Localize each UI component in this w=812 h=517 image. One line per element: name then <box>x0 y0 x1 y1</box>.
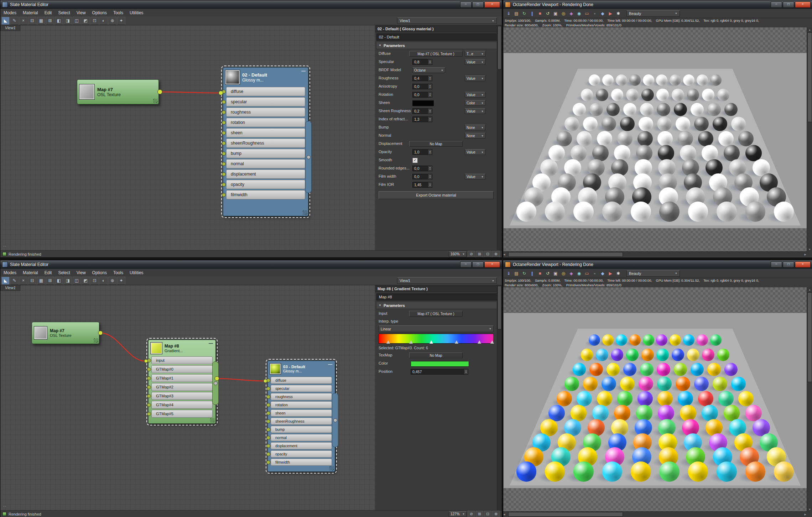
scroll-up-icon[interactable]: ▲ <box>807 27 812 32</box>
input-socket-icon[interactable] <box>222 90 226 94</box>
wire[interactable] <box>101 333 145 361</box>
zoom-tool-icon[interactable]: ⊕ <box>108 277 116 285</box>
vertical-scrollbar[interactable]: ▲ ▼ <box>807 287 812 512</box>
value-spinner[interactable]: 0,457▲▼ <box>411 369 468 375</box>
scroll-right-icon[interactable]: ▶ <box>805 512 806 517</box>
node-view[interactable]: View1 ◦◦ Map #7OSL Texture02 - DefaultGl… <box>0 25 375 250</box>
gradient-marker[interactable] <box>409 340 413 344</box>
menu-tools[interactable]: Tools <box>110 10 126 16</box>
object-pick-icon[interactable]: ▶ <box>607 270 614 277</box>
spinner-arrows-icon[interactable]: ▲▼ <box>428 117 432 122</box>
type-dropdown[interactable]: None▼ <box>465 125 485 130</box>
material-name-field[interactable]: 02 - Default <box>376 33 500 41</box>
output-tab[interactable] <box>305 121 312 193</box>
scroll-down-icon[interactable]: ▼ <box>807 247 812 252</box>
scroll-left-icon[interactable]: ◀ <box>503 512 508 517</box>
menu-material[interactable]: Material <box>20 270 41 276</box>
slot-filmwidth[interactable]: filmwidth <box>271 459 332 466</box>
camera-motion-icon[interactable]: ◆ <box>599 270 606 277</box>
restart-render-icon[interactable]: ↻ <box>521 270 528 277</box>
refresh-render-icon[interactable]: ↺ <box>544 270 551 277</box>
spin-down-icon[interactable]: ▼ <box>429 62 431 64</box>
slot-specular[interactable]: specular <box>271 385 332 392</box>
spin-down-icon[interactable]: ▼ <box>429 185 431 187</box>
slot-input[interactable]: input <box>151 356 213 364</box>
render-region-icon[interactable]: ▭ <box>583 270 590 277</box>
editor-options-icon[interactable]: ✦ <box>117 277 125 285</box>
stop-render-icon[interactable]: ■ <box>536 10 543 17</box>
pick-focus-icon[interactable]: ◎ <box>560 10 567 17</box>
render-viewport[interactable] <box>504 27 807 252</box>
gradient-marker[interactable] <box>478 340 481 344</box>
value-spinner[interactable]: 0,0▲▼ <box>412 84 432 89</box>
material-node[interactable]: 03 - DefaultGlossy m...—diffusespecularr… <box>267 361 335 472</box>
pick-white-balance-icon[interactable]: ◉ <box>576 10 583 17</box>
vertical-scrollbar[interactable]: ▲ ▼ <box>807 27 812 252</box>
view-tab[interactable]: View1 <box>0 285 20 291</box>
input-socket-icon[interactable] <box>222 172 226 176</box>
minimize-button[interactable]: − <box>771 261 782 268</box>
input-socket-icon[interactable] <box>222 131 226 135</box>
pan-hand-icon[interactable]: ⊘ <box>468 251 475 257</box>
scroll-up-icon[interactable]: ▲ <box>807 287 812 292</box>
film-region-icon[interactable]: ▫ <box>591 10 598 17</box>
scroll-down-icon[interactable]: ▼ <box>807 507 812 512</box>
resize-grip-icon[interactable] <box>329 466 334 471</box>
render-region-icon[interactable]: ▭ <box>583 10 590 17</box>
render-pass-dropdown[interactable]: Beauty ▼ <box>626 270 680 277</box>
stop-render-icon[interactable]: ■ <box>536 270 543 277</box>
value-spinner[interactable]: 0,8▲▼ <box>412 59 432 65</box>
save-render-icon[interactable]: ⇓ <box>505 10 512 17</box>
close-button[interactable]: × <box>484 1 500 8</box>
input-socket-icon[interactable] <box>147 385 151 389</box>
minimize-button[interactable]: − <box>460 261 472 268</box>
slot-GTMap#0[interactable]: GTMap#0 <box>151 365 213 373</box>
value-spinner[interactable]: 0,0▲▼ <box>412 166 432 171</box>
input-socket-icon[interactable] <box>266 387 270 391</box>
node-view[interactable]: View1 ◦◦ Map #7OSL TextureMap #8Gradient… <box>0 285 375 510</box>
collapse-node-icon[interactable]: — <box>209 341 213 346</box>
arrange-icon[interactable]: ⊡ <box>90 277 99 285</box>
wire[interactable] <box>217 378 264 381</box>
menu-utilities[interactable]: Utilities <box>126 270 147 276</box>
slot-displacement[interactable]: displacement <box>226 169 305 179</box>
slot-roughness[interactable]: roughness <box>271 393 332 400</box>
menu-modes[interactable]: Modes <box>0 270 20 276</box>
snap-toggle-icon[interactable]: ⊞ <box>46 277 54 285</box>
pan-hand-icon[interactable]: ⊘ <box>468 511 475 517</box>
lock-viewport-icon[interactable]: ▣ <box>552 10 559 17</box>
close-button[interactable]: × <box>484 261 500 268</box>
spinner-arrows-icon[interactable]: ▲▼ <box>464 369 468 374</box>
input-socket-icon[interactable] <box>222 100 226 104</box>
slot-GTMap#5[interactable]: GTMap#5 <box>151 410 213 418</box>
horizontal-scrollbar[interactable]: ◀ ▶ <box>503 511 807 517</box>
spinner-arrows-icon[interactable]: ▲▼ <box>428 59 432 64</box>
slot-GTMap#2[interactable]: GTMap#2 <box>151 383 213 391</box>
value-spinner[interactable]: 1,45▲▼ <box>412 182 432 188</box>
delete-icon[interactable]: × <box>19 277 27 285</box>
input-socket-icon[interactable] <box>266 378 270 382</box>
spin-down-icon[interactable]: ▼ <box>429 152 431 154</box>
spinner-arrows-icon[interactable]: ▲▼ <box>428 166 432 171</box>
hide-unused-slots-icon[interactable]: ⊟ <box>28 17 36 25</box>
collapse-node-icon[interactable]: — <box>328 362 332 367</box>
value-spinner[interactable]: 0,0▲▼ <box>412 92 432 98</box>
slot-rotation[interactable]: rotation <box>271 401 332 408</box>
view-tab[interactable]: View1 <box>0 25 20 31</box>
collapse-node-icon[interactable]: — <box>301 68 306 73</box>
output-socket-icon[interactable] <box>214 381 218 385</box>
slot-GTMap#1[interactable]: GTMap#1 <box>151 374 213 382</box>
object-pick-icon[interactable]: ▶ <box>607 10 614 17</box>
maximize-button[interactable]: □ <box>472 261 484 268</box>
map-slot-button[interactable]: No Map <box>409 352 463 358</box>
type-dropdown[interactable]: Value▼ <box>465 108 485 114</box>
scroll-left-icon[interactable]: ◀ <box>503 252 508 257</box>
color-swatch[interactable] <box>412 100 434 106</box>
map-node[interactable]: Map #7OSL Texture <box>77 79 159 104</box>
restart-render-icon[interactable]: ↻ <box>521 10 528 17</box>
spinner-arrows-icon[interactable]: ▲▼ <box>428 182 432 187</box>
resize-grip-icon[interactable] <box>303 210 307 215</box>
zoom-selected-icon[interactable]: ⊕ <box>492 251 500 257</box>
slot-displacement[interactable]: displacement <box>271 442 332 449</box>
lock-viewport-icon[interactable]: ▣ <box>552 270 559 277</box>
